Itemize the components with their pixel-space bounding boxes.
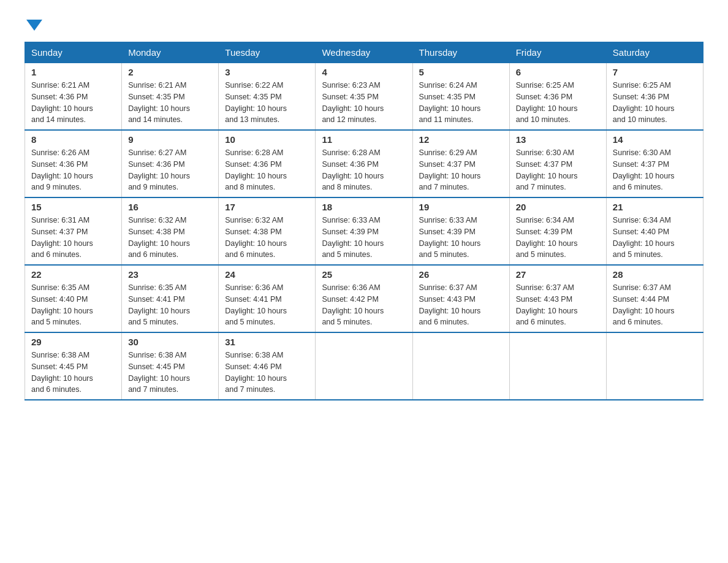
calendar-cell: 16 Sunrise: 6:32 AM Sunset: 4:38 PM Dayl… <box>122 197 219 265</box>
day-info: Sunrise: 6:37 AM Sunset: 4:43 PM Dayligh… <box>516 282 600 328</box>
page-header <box>25 18 703 29</box>
day-info: Sunrise: 6:37 AM Sunset: 4:44 PM Dayligh… <box>613 282 697 328</box>
calendar-cell: 17 Sunrise: 6:32 AM Sunset: 4:38 PM Dayl… <box>219 197 316 265</box>
day-info: Sunrise: 6:36 AM Sunset: 4:41 PM Dayligh… <box>225 282 309 328</box>
calendar-week-row: 29 Sunrise: 6:38 AM Sunset: 4:45 PM Dayl… <box>25 332 703 400</box>
day-number: 29 <box>31 337 115 347</box>
day-info: Sunrise: 6:26 AM Sunset: 4:36 PM Dayligh… <box>31 147 115 193</box>
day-info: Sunrise: 6:21 AM Sunset: 4:36 PM Dayligh… <box>31 80 115 126</box>
calendar-cell: 2 Sunrise: 6:21 AM Sunset: 4:35 PM Dayli… <box>122 63 219 131</box>
day-number: 30 <box>128 337 212 347</box>
logo-text-block <box>25 18 42 29</box>
calendar-cell: 18 Sunrise: 6:33 AM Sunset: 4:39 PM Dayl… <box>316 197 412 265</box>
day-number: 11 <box>322 134 406 145</box>
day-info: Sunrise: 6:24 AM Sunset: 4:35 PM Dayligh… <box>419 80 503 126</box>
day-number: 13 <box>516 134 600 145</box>
calendar-cell: 9 Sunrise: 6:27 AM Sunset: 4:36 PM Dayli… <box>122 130 219 197</box>
day-number: 31 <box>225 337 309 347</box>
day-number: 2 <box>128 67 212 77</box>
day-number: 1 <box>31 67 115 77</box>
col-friday: Friday <box>509 42 606 63</box>
calendar-week-row: 1 Sunrise: 6:21 AM Sunset: 4:36 PM Dayli… <box>25 63 703 131</box>
day-info: Sunrise: 6:23 AM Sunset: 4:35 PM Dayligh… <box>322 80 406 126</box>
calendar-cell: 21 Sunrise: 6:34 AM Sunset: 4:40 PM Dayl… <box>606 197 703 265</box>
col-sunday: Sunday <box>25 42 122 63</box>
day-number: 14 <box>613 134 697 145</box>
calendar-table: Sunday Monday Tuesday Wednesday Thursday… <box>25 42 703 400</box>
day-number: 12 <box>419 134 503 145</box>
day-info: Sunrise: 6:32 AM Sunset: 4:38 PM Dayligh… <box>225 215 309 261</box>
calendar-cell: 14 Sunrise: 6:30 AM Sunset: 4:37 PM Dayl… <box>606 130 703 197</box>
col-saturday: Saturday <box>606 42 703 63</box>
day-info: Sunrise: 6:29 AM Sunset: 4:37 PM Dayligh… <box>419 147 503 193</box>
calendar-cell: 20 Sunrise: 6:34 AM Sunset: 4:39 PM Dayl… <box>509 197 606 265</box>
calendar-cell: 28 Sunrise: 6:37 AM Sunset: 4:44 PM Dayl… <box>606 265 703 332</box>
calendar-week-row: 15 Sunrise: 6:31 AM Sunset: 4:37 PM Dayl… <box>25 197 703 265</box>
calendar-cell: 24 Sunrise: 6:36 AM Sunset: 4:41 PM Dayl… <box>219 265 316 332</box>
day-number: 16 <box>128 202 212 212</box>
calendar-cell: 8 Sunrise: 6:26 AM Sunset: 4:36 PM Dayli… <box>25 130 122 197</box>
calendar-cell: 30 Sunrise: 6:38 AM Sunset: 4:45 PM Dayl… <box>122 332 219 400</box>
day-number: 15 <box>31 202 115 212</box>
calendar-cell: 10 Sunrise: 6:28 AM Sunset: 4:36 PM Dayl… <box>219 130 316 197</box>
day-info: Sunrise: 6:37 AM Sunset: 4:43 PM Dayligh… <box>419 282 503 328</box>
day-info: Sunrise: 6:30 AM Sunset: 4:37 PM Dayligh… <box>613 147 697 193</box>
calendar-cell <box>412 332 509 400</box>
calendar-cell <box>316 332 412 400</box>
col-wednesday: Wednesday <box>316 42 412 63</box>
col-monday: Monday <box>122 42 219 63</box>
calendar-cell <box>509 332 606 400</box>
calendar-cell: 12 Sunrise: 6:29 AM Sunset: 4:37 PM Dayl… <box>412 130 509 197</box>
day-number: 23 <box>128 269 212 280</box>
day-info: Sunrise: 6:25 AM Sunset: 4:36 PM Dayligh… <box>613 80 697 126</box>
calendar-cell: 13 Sunrise: 6:30 AM Sunset: 4:37 PM Dayl… <box>509 130 606 197</box>
day-number: 5 <box>419 67 503 77</box>
calendar-cell: 31 Sunrise: 6:38 AM Sunset: 4:46 PM Dayl… <box>219 332 316 400</box>
calendar-cell: 1 Sunrise: 6:21 AM Sunset: 4:36 PM Dayli… <box>25 63 122 131</box>
day-number: 21 <box>613 202 697 212</box>
day-info: Sunrise: 6:34 AM Sunset: 4:39 PM Dayligh… <box>516 215 600 261</box>
day-number: 4 <box>322 67 406 77</box>
day-number: 18 <box>322 202 406 212</box>
day-number: 7 <box>613 67 697 77</box>
day-info: Sunrise: 6:35 AM Sunset: 4:40 PM Dayligh… <box>31 282 115 328</box>
day-info: Sunrise: 6:28 AM Sunset: 4:36 PM Dayligh… <box>225 147 309 193</box>
calendar-cell: 7 Sunrise: 6:25 AM Sunset: 4:36 PM Dayli… <box>606 63 703 131</box>
day-info: Sunrise: 6:34 AM Sunset: 4:40 PM Dayligh… <box>613 215 697 261</box>
day-info: Sunrise: 6:33 AM Sunset: 4:39 PM Dayligh… <box>419 215 503 261</box>
calendar-body: 1 Sunrise: 6:21 AM Sunset: 4:36 PM Dayli… <box>25 63 703 400</box>
calendar-cell: 19 Sunrise: 6:33 AM Sunset: 4:39 PM Dayl… <box>412 197 509 265</box>
calendar-cell: 6 Sunrise: 6:25 AM Sunset: 4:36 PM Dayli… <box>509 63 606 131</box>
day-number: 26 <box>419 269 503 280</box>
day-info: Sunrise: 6:30 AM Sunset: 4:37 PM Dayligh… <box>516 147 600 193</box>
day-info: Sunrise: 6:38 AM Sunset: 4:45 PM Dayligh… <box>31 350 115 396</box>
calendar-cell: 27 Sunrise: 6:37 AM Sunset: 4:43 PM Dayl… <box>509 265 606 332</box>
day-info: Sunrise: 6:32 AM Sunset: 4:38 PM Dayligh… <box>128 215 212 261</box>
logo <box>25 18 42 29</box>
day-number: 22 <box>31 269 115 280</box>
day-info: Sunrise: 6:27 AM Sunset: 4:36 PM Dayligh… <box>128 147 212 193</box>
day-number: 9 <box>128 134 212 145</box>
calendar-header: Sunday Monday Tuesday Wednesday Thursday… <box>25 42 703 63</box>
calendar-cell: 22 Sunrise: 6:35 AM Sunset: 4:40 PM Dayl… <box>25 265 122 332</box>
calendar-week-row: 22 Sunrise: 6:35 AM Sunset: 4:40 PM Dayl… <box>25 265 703 332</box>
day-info: Sunrise: 6:22 AM Sunset: 4:35 PM Dayligh… <box>225 80 309 126</box>
day-info: Sunrise: 6:38 AM Sunset: 4:45 PM Dayligh… <box>128 350 212 396</box>
logo-blue-row <box>25 18 42 29</box>
calendar-week-row: 8 Sunrise: 6:26 AM Sunset: 4:36 PM Dayli… <box>25 130 703 197</box>
calendar-cell: 5 Sunrise: 6:24 AM Sunset: 4:35 PM Dayli… <box>412 63 509 131</box>
calendar-cell: 29 Sunrise: 6:38 AM Sunset: 4:45 PM Dayl… <box>25 332 122 400</box>
day-number: 25 <box>322 269 406 280</box>
day-info: Sunrise: 6:38 AM Sunset: 4:46 PM Dayligh… <box>225 350 309 396</box>
calendar-cell: 15 Sunrise: 6:31 AM Sunset: 4:37 PM Dayl… <box>25 197 122 265</box>
logo-triangle-icon <box>26 20 42 31</box>
day-info: Sunrise: 6:28 AM Sunset: 4:36 PM Dayligh… <box>322 147 406 193</box>
col-tuesday: Tuesday <box>219 42 316 63</box>
day-number: 28 <box>613 269 697 280</box>
day-info: Sunrise: 6:36 AM Sunset: 4:42 PM Dayligh… <box>322 282 406 328</box>
day-number: 24 <box>225 269 309 280</box>
day-info: Sunrise: 6:25 AM Sunset: 4:36 PM Dayligh… <box>516 80 600 126</box>
header-row: Sunday Monday Tuesday Wednesday Thursday… <box>25 42 703 63</box>
day-info: Sunrise: 6:31 AM Sunset: 4:37 PM Dayligh… <box>31 215 115 261</box>
calendar-cell: 25 Sunrise: 6:36 AM Sunset: 4:42 PM Dayl… <box>316 265 412 332</box>
